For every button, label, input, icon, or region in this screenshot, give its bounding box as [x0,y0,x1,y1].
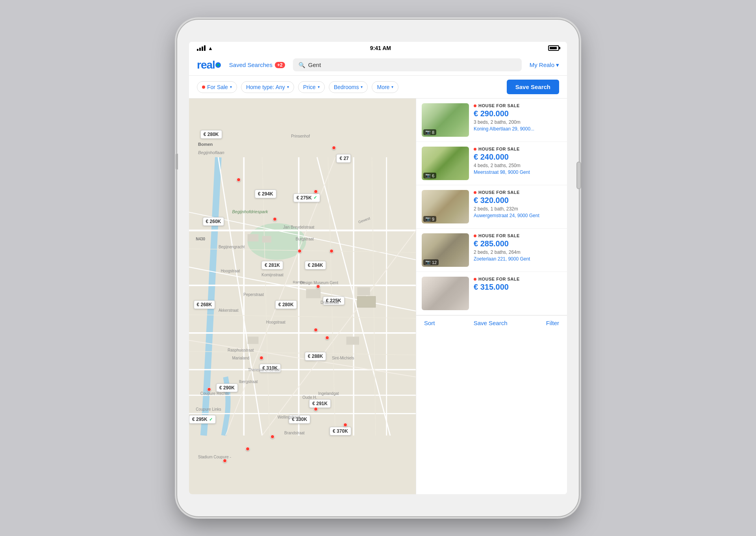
map-road-label: Hoogstraat [221,269,240,273]
map-road-label: Prinsenhof [291,134,310,138]
map-road-label: Akkerstraat [219,308,239,313]
map-road-label: N430 [196,237,205,241]
map-pin[interactable] [259,356,263,360]
photo-count: 📷6 [423,173,436,179]
ipad-frame: ▲ 9:41 AM real Saved Searches +2 [177,20,579,516]
map-pin[interactable] [314,328,318,332]
price-marker[interactable]: € 27 [336,154,350,163]
map-road-label: Wellingstraat [278,415,300,419]
saved-searches-button[interactable]: Saved Searches +2 [229,61,285,68]
listing-card[interactable]: 📷9 HOUSE FOR SALE € 320.000 2 beds, 1 ba… [416,185,567,229]
sort-button[interactable]: Sort [424,320,435,326]
logo-circle [215,62,221,68]
map-pin[interactable] [316,285,320,288]
price-marker[interactable]: € 280K [275,300,297,309]
price-marker[interactable]: € 370K [330,427,351,436]
price-filter[interactable]: Price ▾ [298,81,325,93]
price-marker[interactable]: € 284K [305,261,326,270]
logo[interactable]: real [197,59,221,71]
price-marker[interactable]: € 280K [200,130,222,139]
header: real Saved Searches +2 🔍 My Realo ▾ [189,54,567,76]
map-road-label: Peperstraat [243,292,264,297]
listing-card[interactable]: HOUSE FOR SALE € 315.000 [416,272,567,315]
more-filter[interactable]: More ▾ [372,81,398,93]
map-road-label: Burgstraat [296,237,314,241]
listing-details: 3 beds, 2 baths, 200m [474,119,561,125]
map-pin[interactable] [314,190,318,194]
listing-info: HOUSE FOR SALE € 290.000 3 beds, 2 baths… [474,103,561,137]
listing-card[interactable]: 📷8 HOUSE FOR SALE € 290.000 3 beds, 2 ba… [416,99,567,142]
side-button-left [176,154,178,169]
map-road-label: Komijnstraat [261,273,284,277]
map-area[interactable]: Jan Breydelstraat Gewest Ramen € 280K € … [189,99,416,494]
map-road-label: Oude H. [302,395,317,400]
price-marker[interactable]: € 290K [216,383,238,392]
search-bar[interactable]: 🔍 [293,58,522,71]
more-arrow: ▾ [391,85,393,89]
map-pin[interactable] [314,407,318,411]
for-sale-filter[interactable]: For Sale ▾ [197,81,237,93]
price-marker-verified[interactable]: € 275K ✓ [293,194,320,202]
listing-info: HOUSE FOR SALE € 240.000 4 beds, 2 baths… [474,147,561,180]
listing-address[interactable]: Zoeterlaan 221, 9000 Gent [474,256,561,262]
photo-count: 📷9 [423,216,436,222]
map-pin[interactable] [271,435,274,439]
listings-panel: 📷8 HOUSE FOR SALE € 290.000 3 beds, 2 ba… [416,99,567,494]
filter-button[interactable]: Filter [546,320,559,326]
listing-info: HOUSE FOR SALE € 320.000 2 beds, 1 bath,… [474,190,561,223]
listing-info: HOUSE FOR SALE € 315.000 [474,277,561,310]
listing-details: 2 beds, 2 baths, 264m [474,249,561,255]
listing-price: € 240.000 [474,153,561,162]
listing-address[interactable]: Koning Albertlaan 29, 9000... [474,126,561,132]
price-marker[interactable]: € 291K [309,399,331,408]
for-sale-arrow: ▾ [230,85,232,89]
status-bar: ▲ 9:41 AM [189,42,567,54]
map-road-label: Coupure Rechts [200,391,229,396]
save-search-bottom-button[interactable]: Save Search [474,320,508,326]
price-marker[interactable]: € 294K [255,190,276,198]
map-pin[interactable] [298,249,302,253]
status-time: 9:41 AM [370,45,391,51]
home-type-filter[interactable]: Home type: Any ▾ [241,81,294,93]
search-input[interactable] [308,61,516,68]
listing-info: HOUSE FOR SALE € 285.000 2 beds, 2 baths… [474,233,561,267]
map-road-label: Sint-Michiels [332,356,354,360]
save-search-button[interactable]: Save Search [507,80,559,94]
map-pin[interactable] [330,249,334,253]
map-pin[interactable] [237,178,241,182]
map-road-label: Rasphuisstraat [228,348,254,352]
listing-address[interactable]: Auwergemstraat 24, 9000 Gent [474,213,561,218]
my-realo-button[interactable]: My Realo ▾ [530,61,559,69]
map-pin[interactable] [343,423,347,427]
price-marker-verified[interactable]: € 295K ✓ [189,415,216,424]
listing-image: 📷6 [422,147,469,180]
bedrooms-filter[interactable]: Bedrooms ▾ [329,81,368,93]
price-marker[interactable]: € 268K [194,300,215,309]
home-type-arrow: ▾ [287,85,289,89]
listing-address[interactable]: Meersstraat 98, 9000 Gent [474,169,561,175]
bedrooms-arrow: ▾ [361,85,363,89]
map-road-label: Hoogstraat [266,320,285,324]
photo-count: 📷12 [423,259,439,265]
price-arrow: ▾ [318,85,320,89]
listing-card[interactable]: 📷6 HOUSE FOR SALE € 240.000 4 beds, 2 ba… [416,142,567,185]
map-pin[interactable] [332,146,336,150]
map-area-label: Begijnhoflaan [198,150,224,155]
listing-card[interactable]: 📷12 HOUSE FOR SALE € 285.000 2 beds, 2 b… [416,229,567,272]
listing-image: 📷12 [422,233,469,267]
map-pin[interactable] [246,447,250,451]
map-pin[interactable] [325,336,329,340]
price-marker[interactable]: € 288K [305,352,326,361]
map-pin[interactable] [223,459,227,463]
photo-count: 📷8 [423,129,436,135]
price-marker[interactable]: € 260K [203,217,224,226]
listing-type: HOUSE FOR SALE [474,103,561,108]
map-pin[interactable] [273,217,277,221]
map-pin[interactable] [207,387,211,391]
signal-icon [197,45,206,51]
listing-type: HOUSE FOR SALE [474,190,561,195]
listing-type: HOUSE FOR SALE [474,277,561,281]
listing-type: HOUSE FOR SALE [474,233,561,238]
status-left: ▲ [197,45,213,51]
price-marker[interactable]: € 281K [261,261,283,270]
